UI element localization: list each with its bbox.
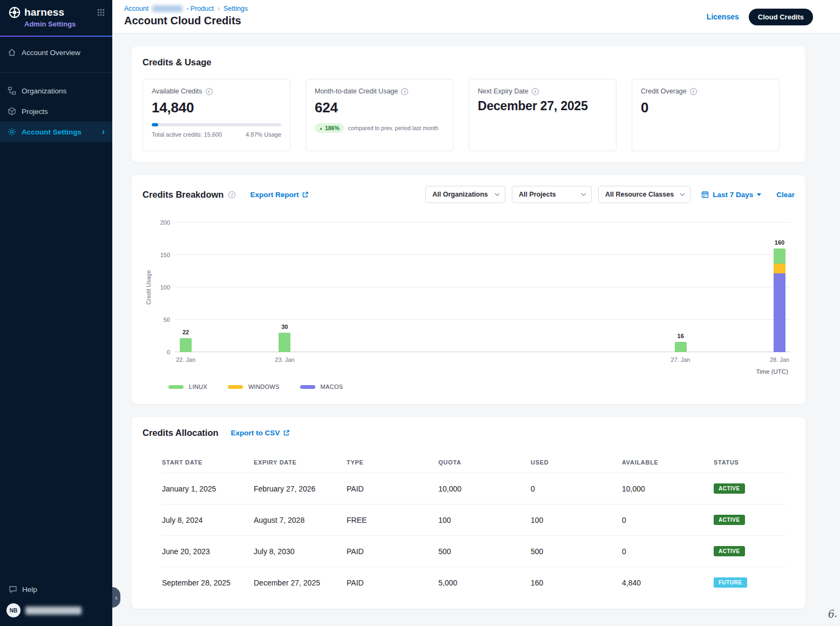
y-tick-label: 150	[160, 252, 170, 258]
total-active-credits: Total active credits: 15,600	[152, 131, 222, 138]
gridline	[175, 352, 790, 352]
screen: harness Admin Settings Account Overview …	[0, 0, 840, 626]
breadcrumb-account-link[interactable]: Account	[124, 5, 148, 12]
nav-label: Organizations	[22, 87, 66, 95]
chart-bar[interactable]	[774, 248, 785, 352]
sidebar-item-organizations[interactable]: Organizations	[0, 80, 112, 101]
help-button[interactable]: Help	[0, 580, 112, 599]
info-icon[interactable]	[228, 191, 235, 198]
projects-filter-value: All Projects	[519, 191, 556, 198]
avatar[interactable]: NB	[6, 603, 21, 617]
cloud-credits-button[interactable]: Cloud Credits	[749, 9, 813, 25]
x-tick-label: 22. Jan	[176, 356, 195, 363]
credits-usage-title: Credits & Usage	[143, 57, 795, 68]
bar-segment-linux	[279, 333, 290, 352]
breadcrumb-product-link[interactable]: - Product	[186, 5, 214, 12]
bar-value-label: 30	[281, 324, 288, 330]
sidebar-item-account-overview[interactable]: Account Overview	[0, 42, 112, 63]
info-icon[interactable]	[206, 88, 213, 95]
cell-expiry-date: August 7, 2028	[254, 516, 347, 524]
legend-label: MACOS	[321, 383, 343, 390]
nav-label: Account Settings	[22, 128, 82, 136]
sidebar-item-projects[interactable]: Projects	[0, 101, 112, 122]
y-tick-label: 50	[164, 317, 170, 323]
export-csv-label: Export to CSV	[231, 429, 280, 437]
stat-credit-overage: Credit Overage 0	[632, 79, 780, 151]
date-range-filter[interactable]: Last 7 Days	[701, 191, 761, 199]
info-icon[interactable]	[401, 88, 408, 95]
status-badge: ACTIVE	[714, 546, 745, 556]
table-row: June 20, 2023 July 8, 2030 PAID 500 500 …	[162, 535, 786, 567]
credits-allocation-title: Credits Allocation	[143, 428, 219, 438]
info-icon[interactable]	[690, 88, 697, 95]
column-header: TYPE	[347, 459, 438, 466]
column-header: EXPIRY DATE	[254, 459, 347, 466]
stat-label: Credit Overage	[641, 87, 687, 95]
gridline	[175, 222, 790, 223]
chart-bar[interactable]	[180, 338, 192, 352]
gridline	[175, 287, 790, 287]
stat-label: Next Expiry Date	[478, 87, 529, 95]
chevron-down-icon	[494, 193, 500, 196]
app-switcher-icon[interactable]	[97, 9, 105, 16]
credits-usage-card: Credits & Usage Available Credits 14,840…	[132, 46, 805, 162]
chart-bar[interactable]	[279, 333, 290, 352]
resource-classes-filter[interactable]: All Resource Classes	[598, 186, 690, 203]
bar-segment-linux	[774, 248, 785, 264]
delta-badge: 186%	[315, 123, 344, 133]
cell-quota: 10,000	[438, 484, 531, 493]
stat-label: Month-to-date Credit Usage	[315, 87, 398, 95]
main-area: Account - Product › Settings Account Clo…	[112, 0, 840, 626]
organizations-filter[interactable]: All Organizations	[425, 186, 505, 203]
status-badge: ACTIVE	[714, 483, 745, 494]
info-icon[interactable]	[532, 88, 539, 95]
sidebar-item-account-settings[interactable]: Account Settings	[0, 122, 112, 142]
legend-item-windows[interactable]: WINDOWS	[228, 383, 280, 390]
legend-item-linux[interactable]: LINUX	[168, 383, 207, 390]
cell-available: 0	[622, 516, 714, 524]
licenses-link[interactable]: Licenses	[707, 12, 739, 21]
credits-chart: Credit Usage 050100150200 2222. Jan3023.…	[143, 223, 795, 352]
legend-swatch	[168, 385, 184, 389]
export-report-link[interactable]: Export Report	[250, 191, 309, 199]
sidebar: harness Admin Settings Account Overview …	[0, 0, 112, 626]
column-header: STATUS	[714, 459, 786, 466]
harness-logo-icon[interactable]	[9, 6, 21, 18]
legend-label: LINUX	[189, 383, 207, 390]
bar-segment-linux	[180, 338, 192, 352]
legend-item-macos[interactable]: MACOS	[300, 383, 343, 390]
redacted-account-name	[152, 5, 182, 12]
projects-filter[interactable]: All Projects	[512, 186, 592, 203]
stray-annotation: 6.	[826, 607, 837, 620]
export-csv-link[interactable]: Export to CSV	[231, 429, 290, 437]
cell-available: 4,840	[622, 578, 714, 587]
external-link-icon	[302, 191, 309, 198]
next-expiry-value: December 27, 2025	[478, 98, 607, 114]
brand-name[interactable]: harness	[24, 6, 64, 18]
projects-icon	[8, 107, 16, 116]
cell-quota: 500	[438, 547, 531, 556]
gridline	[175, 319, 790, 320]
table-header-row: START DATE EXPIRY DATE TYPE QUOTA USED A…	[162, 452, 786, 473]
user-row[interactable]: NB	[0, 599, 112, 623]
gear-icon	[8, 127, 16, 136]
clear-filters-link[interactable]: Clear	[776, 191, 795, 199]
chart-legend: LINUXWINDOWSMACOS	[168, 383, 795, 390]
cell-used: 100	[531, 516, 622, 524]
cell-expiry-date: December 27, 2025	[254, 578, 347, 587]
date-range-value: Last 7 Days	[713, 191, 753, 199]
legend-swatch	[300, 385, 315, 389]
cell-start-date: July 8, 2024	[162, 516, 254, 524]
credits-breakdown-title: Credits Breakdown	[143, 190, 223, 200]
divider	[0, 72, 112, 73]
bar-value-label: 160	[775, 239, 784, 246]
cell-used: 0	[531, 484, 622, 493]
header-actions: Licenses Cloud Credits	[707, 0, 813, 33]
breadcrumb-settings-link[interactable]: Settings	[223, 5, 248, 12]
credits-allocation-card: Credits Allocation Export to CSV START D…	[132, 417, 805, 609]
column-header: QUOTA	[438, 459, 531, 466]
chart-bar[interactable]	[675, 342, 687, 352]
cell-type: FREE	[347, 516, 438, 524]
caret-down-icon	[757, 193, 761, 196]
calendar-icon	[701, 191, 709, 198]
